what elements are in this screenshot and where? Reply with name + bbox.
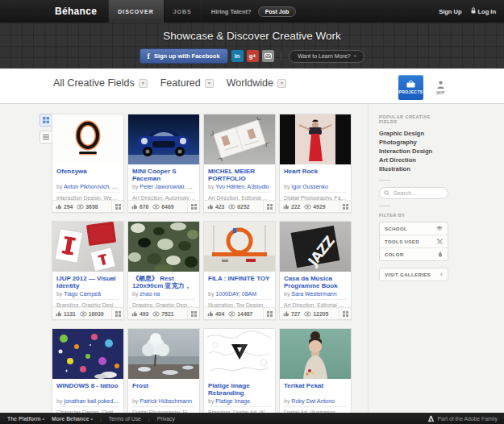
project-card[interactable]: WINDOWS 8 - tattoo by jonathan ball poke… bbox=[52, 328, 124, 424]
project-owner[interactable]: zhao na bbox=[140, 291, 160, 297]
project-byline[interactable]: by jonathan ball pokedstudio bbox=[56, 398, 119, 407]
project-byline[interactable]: by 1000DAY, 08AM bbox=[208, 291, 271, 300]
project-byline[interactable]: by Platige Image bbox=[208, 398, 271, 407]
terms-link[interactable]: Terms of Use bbox=[109, 416, 141, 422]
project-cover[interactable] bbox=[128, 222, 199, 272]
projects-view-button[interactable]: PROJECTS bbox=[398, 75, 423, 100]
facebook-signup-button[interactable]: f Sign up with Facebook bbox=[140, 48, 228, 64]
project-owner[interactable]: Peter Jaworowski, Piotr Kosin bbox=[140, 184, 195, 189]
project-card[interactable]: Heart Rock by Igor Oussenko Digital Phot… bbox=[279, 114, 352, 213]
filter-tools-used-button[interactable]: TOOLS USED bbox=[380, 235, 448, 247]
add-to-collection-button[interactable] bbox=[187, 308, 199, 319]
sidebar-field-link[interactable]: Photography bbox=[379, 138, 448, 147]
project-cover[interactable] bbox=[280, 329, 351, 379]
post-job-button[interactable]: Post Job bbox=[258, 6, 297, 17]
project-byline[interactable]: by Patrick Hübschmann bbox=[132, 398, 195, 407]
filter-color-button[interactable]: COLOR bbox=[380, 247, 448, 260]
project-cover[interactable] bbox=[52, 329, 123, 379]
tab-jobs[interactable]: JOBS bbox=[164, 0, 202, 23]
add-to-collection-button[interactable] bbox=[339, 201, 351, 212]
project-byline[interactable]: by Sara Westermann bbox=[284, 291, 347, 300]
project-byline[interactable]: by Roby Dwi Antono bbox=[284, 398, 347, 407]
tab-discover[interactable]: DISCOVER bbox=[108, 0, 164, 23]
project-cover[interactable] bbox=[128, 329, 199, 379]
project-card[interactable]: Frost by Patrick Hübschmann Digital Phot… bbox=[127, 328, 200, 424]
project-title[interactable]: Ofensywa bbox=[56, 168, 119, 182]
project-cover[interactable] bbox=[204, 222, 275, 272]
email-signup-button[interactable] bbox=[262, 50, 274, 62]
project-owner[interactable]: Roby Dwi Antono bbox=[291, 398, 335, 404]
project-cover[interactable] bbox=[52, 114, 123, 164]
project-owner[interactable]: Yvo Hählen, A3studio bbox=[215, 184, 269, 189]
project-owner[interactable]: Sara Westermann bbox=[291, 291, 336, 297]
log-in-link[interactable]: Log In bbox=[471, 7, 497, 15]
privacy-link[interactable]: Privacy bbox=[157, 416, 175, 422]
project-byline[interactable]: by Peter Jaworowski, Piotr Kosin bbox=[132, 184, 195, 193]
project-title[interactable]: 《栖息》 Rest 120x90cm 亚克力，画布acrylic on canv… bbox=[132, 275, 195, 289]
project-card[interactable]: FILA : INFINITE TOY by 1000DAY, 08AM Ill… bbox=[203, 221, 276, 320]
wip-view-button[interactable]: WIP bbox=[428, 75, 453, 100]
project-title[interactable]: MICHEL MEIER PORTFOLIO bbox=[208, 168, 271, 182]
add-to-collection-button[interactable] bbox=[263, 201, 275, 212]
googleplus-button[interactable]: g+ bbox=[247, 50, 259, 62]
project-byline[interactable]: by Anton Pikhorovich, Atomic Ro bbox=[56, 184, 119, 193]
sign-up-link[interactable]: Sign Up bbox=[439, 8, 461, 15]
project-byline[interactable]: by zhao na bbox=[132, 291, 195, 300]
project-title[interactable]: Casa da Música Programme Book bbox=[284, 275, 347, 289]
project-byline[interactable]: by Tiago Campeã bbox=[56, 291, 119, 300]
add-to-collection-button[interactable] bbox=[187, 201, 199, 212]
behance-logo[interactable]: Béhance bbox=[55, 6, 97, 17]
project-cover[interactable] bbox=[280, 114, 351, 164]
project-card[interactable]: Ofensywa by Anton Pikhorovich, Atomic Ro… bbox=[52, 114, 124, 213]
search-input[interactable] bbox=[392, 189, 444, 197]
project-cover[interactable] bbox=[52, 222, 123, 272]
project-card[interactable]: MINI Cooper S Paceman by Peter Jaworowsk… bbox=[127, 114, 200, 213]
sidebar-field-link[interactable]: Art Direction bbox=[379, 156, 448, 164]
project-title[interactable]: Terikat Pekat bbox=[284, 382, 347, 397]
project-card[interactable]: Platige Image Rebranding by Platige Imag… bbox=[203, 328, 276, 424]
project-cover[interactable] bbox=[204, 114, 275, 164]
project-owner[interactable]: Patrick Hübschmann bbox=[140, 398, 192, 404]
project-title[interactable]: IJUP 2012 — Visual Identity bbox=[56, 275, 119, 289]
project-title[interactable]: WINDOWS 8 - tattoo bbox=[56, 382, 119, 397]
add-to-collection-button[interactable] bbox=[111, 308, 123, 319]
project-card[interactable]: 《栖息》 Rest 120x90cm 亚克力，画布acrylic on canv… bbox=[127, 221, 200, 320]
project-byline[interactable]: by Yvo Hählen, A3studio bbox=[208, 184, 271, 193]
footer-more-behance-menu[interactable]: More Behance ▴ bbox=[52, 416, 93, 422]
project-owner[interactable]: 1000DAY, 08AM bbox=[215, 291, 256, 297]
project-title[interactable]: Platige Image Rebranding bbox=[208, 382, 271, 397]
project-cover[interactable] bbox=[128, 114, 199, 164]
visit-galleries-button[interactable]: VISIT GALLERIES › bbox=[379, 268, 448, 281]
sidebar-field-link[interactable]: Illustration bbox=[379, 164, 448, 173]
project-owner[interactable]: Platige Image bbox=[215, 398, 250, 404]
add-to-collection-button[interactable] bbox=[339, 308, 351, 319]
project-card[interactable]: IJUP 2012 — Visual Identity by Tiago Cam… bbox=[52, 221, 124, 320]
project-title[interactable]: Heart Rock bbox=[284, 168, 347, 182]
project-cover[interactable]: JAZZ bbox=[280, 222, 351, 272]
project-card[interactable]: MICHEL MEIER PORTFOLIO by Yvo Hählen, A3… bbox=[203, 114, 276, 213]
footer-platform-menu[interactable]: The Platform ▴ bbox=[7, 416, 44, 422]
project-owner[interactable]: Anton Pikhorovich, Atomic Ro bbox=[64, 184, 119, 189]
project-title[interactable]: FILA : INFINITE TOY bbox=[208, 275, 271, 289]
add-to-collection-button[interactable] bbox=[263, 308, 275, 319]
sidebar-field-link[interactable]: Graphic Design bbox=[379, 129, 448, 138]
project-card[interactable]: JAZZ Casa da Música Programme Book by Sa… bbox=[279, 221, 352, 320]
project-owner[interactable]: jonathan ball pokedstudio bbox=[64, 398, 119, 404]
search-box[interactable] bbox=[379, 187, 448, 199]
project-card[interactable]: Terikat Pekat by Roby Dwi Antono Digital… bbox=[279, 328, 352, 424]
linkedin-button[interactable]: in bbox=[231, 50, 244, 62]
add-to-collection-button[interactable] bbox=[111, 201, 123, 212]
sidebar-field-link[interactable]: Interaction Design bbox=[379, 147, 448, 156]
project-owner[interactable]: Igor Oussenko bbox=[291, 184, 328, 189]
project-owner[interactable]: Tiago Campeã bbox=[64, 291, 101, 297]
hiring-talent-link[interactable]: Hiring Talent? bbox=[211, 8, 252, 15]
project-title[interactable]: Frost bbox=[132, 382, 195, 397]
project-cover[interactable] bbox=[204, 329, 275, 379]
project-byline[interactable]: by Igor Oussenko bbox=[284, 184, 347, 193]
grid-view-button[interactable] bbox=[40, 114, 52, 127]
featured-dropdown[interactable]: Featured ▾ bbox=[160, 77, 214, 89]
worldwide-dropdown[interactable]: Worldwide ▾ bbox=[227, 77, 286, 89]
filter-school-button[interactable]: SCHOOL bbox=[380, 222, 448, 235]
creative-fields-dropdown[interactable]: All Creative Fields ▾ bbox=[53, 77, 148, 89]
project-title[interactable]: MINI Cooper S Paceman bbox=[132, 168, 195, 182]
